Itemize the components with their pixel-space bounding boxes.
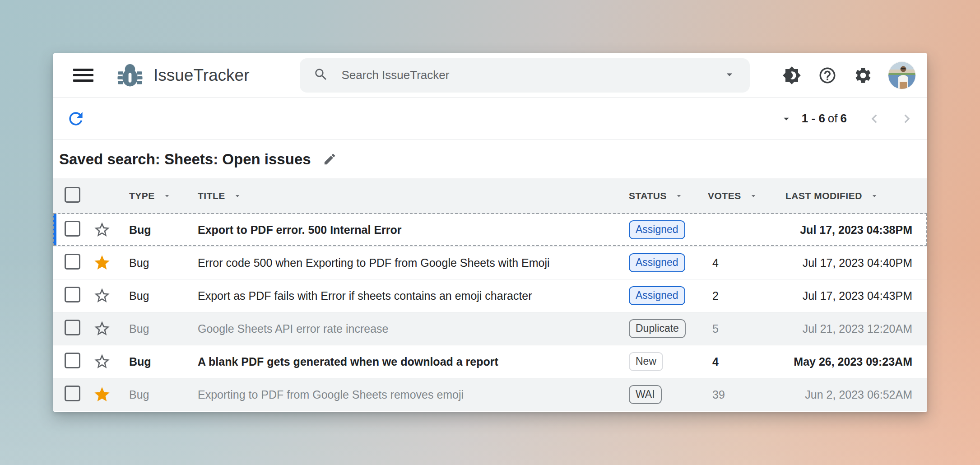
sort-caret-icon — [749, 191, 758, 200]
table-header: TYPE TITLE STATUS VOTES LAST MODIFIED — [53, 178, 927, 213]
modified-cell: Jul 21, 2023 12:20AM — [785, 322, 927, 335]
sort-caret-icon — [233, 191, 242, 200]
column-header-status[interactable]: STATUS — [629, 191, 708, 201]
row-checkbox[interactable] — [65, 386, 80, 401]
pagination: 1 - 6of6 — [780, 110, 915, 127]
chevron-right-icon[interactable] — [898, 110, 915, 127]
modified-cell: Jul 17, 2023 04:38PM — [785, 223, 927, 237]
app-title: IssueTracker — [153, 66, 249, 85]
modified-cell: Jun 2, 2023 06:52AM — [785, 388, 927, 401]
edit-pencil-icon[interactable] — [321, 150, 339, 168]
header-actions — [781, 62, 915, 89]
menu-icon[interactable] — [73, 69, 93, 82]
star-icon[interactable] — [93, 221, 111, 239]
star-icon[interactable] — [93, 287, 111, 305]
row-checkbox[interactable] — [65, 353, 80, 368]
star-icon[interactable] — [93, 320, 111, 338]
modified-cell: Jul 17, 2023 04:43PM — [785, 289, 927, 302]
votes-cell: 39 — [708, 388, 785, 401]
issue-title-link[interactable]: A blank PDF gets generated when we downl… — [198, 355, 629, 368]
modified-cell: May 26, 2023 09:23AM — [785, 355, 927, 368]
app-header: IssueTracker — [53, 53, 927, 98]
row-checkbox[interactable] — [65, 221, 80, 237]
status-badge: New — [629, 352, 663, 371]
type-cell: Bug — [129, 322, 198, 335]
search-input[interactable] — [340, 68, 723, 83]
issue-title-link[interactable]: Export to PDF error. 500 Internal Error — [198, 223, 629, 237]
refresh-icon[interactable] — [65, 108, 87, 130]
select-all-checkbox[interactable] — [65, 187, 80, 203]
column-header-votes[interactable]: VOTES — [708, 191, 785, 201]
issue-title-link[interactable]: Error code 500 when Exporting to PDF fro… — [198, 256, 629, 270]
modified-cell: Jul 17, 2023 04:40PM — [785, 256, 927, 270]
issue-title-link[interactable]: Export as PDF fails with Error if sheets… — [198, 289, 629, 302]
issue-table-body: Bug Export to PDF error. 500 Internal Er… — [53, 213, 927, 411]
table-row[interactable]: Bug Export as PDF fails with Error if sh… — [53, 279, 927, 312]
status-badge: Assigned — [629, 220, 685, 239]
type-cell: Bug — [129, 355, 198, 368]
sort-caret-icon — [674, 191, 683, 200]
status-badge: Duplicate — [629, 319, 686, 338]
votes-cell: 4 — [708, 256, 785, 270]
table-row[interactable]: Bug Exporting to PDF from Google Sheets … — [53, 378, 927, 411]
star-icon[interactable] — [93, 353, 111, 371]
dark-mode-icon[interactable] — [781, 65, 802, 86]
settings-gear-icon[interactable] — [853, 65, 873, 86]
column-header-title[interactable]: TITLE — [198, 191, 629, 201]
row-checkbox[interactable] — [65, 287, 80, 302]
star-icon[interactable] — [93, 254, 111, 272]
saved-search-row: Saved search: Sheets: Open issues — [53, 140, 927, 178]
list-toolbar: 1 - 6of6 — [53, 98, 927, 140]
row-checkbox[interactable] — [65, 320, 80, 335]
status-badge: Assigned — [629, 286, 685, 305]
column-header-modified[interactable]: LAST MODIFIED — [785, 191, 927, 201]
issue-tracker-window: IssueTracker — [53, 53, 927, 412]
page-size-caret-icon[interactable] — [780, 112, 793, 125]
search-dropdown-caret-icon[interactable] — [723, 68, 736, 83]
column-header-type[interactable]: TYPE — [129, 191, 198, 201]
sort-caret-icon — [870, 191, 879, 200]
bug-logo-icon — [116, 62, 144, 89]
star-icon[interactable] — [93, 386, 111, 404]
type-cell: Bug — [129, 223, 198, 237]
search-icon — [313, 67, 329, 84]
page-info: 1 - 6of6 — [802, 112, 847, 126]
table-row[interactable]: Bug Export to PDF error. 500 Internal Er… — [53, 213, 927, 246]
chevron-left-icon[interactable] — [866, 110, 883, 127]
status-badge: WAI — [629, 385, 662, 404]
help-icon[interactable] — [817, 65, 838, 86]
row-checkbox[interactable] — [65, 254, 80, 270]
avatar[interactable] — [888, 62, 915, 89]
type-cell: Bug — [129, 388, 198, 401]
saved-search-title: Saved search: Sheets: Open issues — [59, 151, 311, 168]
type-cell: Bug — [129, 256, 198, 270]
search-bar[interactable] — [300, 58, 750, 93]
sort-caret-icon — [163, 191, 172, 200]
issue-title-link[interactable]: Exporting to PDF from Google Sheets remo… — [198, 388, 629, 401]
votes-cell: 4 — [708, 355, 785, 368]
table-row[interactable]: Bug Google Sheets API error rate increas… — [53, 312, 927, 345]
votes-cell: 5 — [708, 322, 785, 335]
issue-title-link[interactable]: Google Sheets API error rate increase — [198, 322, 629, 335]
type-cell: Bug — [129, 289, 198, 302]
table-row[interactable]: Bug Error code 500 when Exporting to PDF… — [53, 246, 927, 279]
table-row[interactable]: Bug A blank PDF gets generated when we d… — [53, 345, 927, 378]
status-badge: Assigned — [629, 253, 685, 272]
votes-cell: 2 — [708, 289, 785, 302]
